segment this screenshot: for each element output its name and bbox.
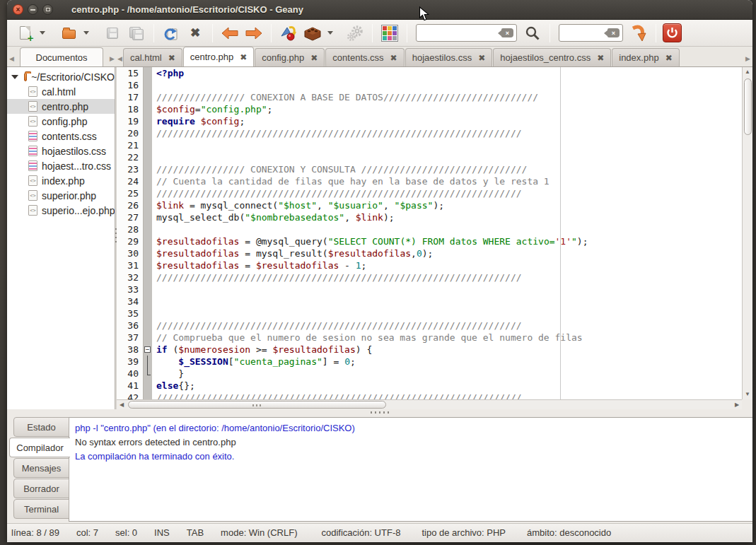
line-number[interactable]: 42 (117, 392, 144, 399)
vertical-scroll-thumb[interactable] (744, 78, 752, 135)
tab-close-icon[interactable]: ✖ (310, 53, 318, 63)
line-number[interactable]: 35 (117, 307, 144, 320)
line-number[interactable]: 28 (117, 223, 144, 235)
document-tabs-scroll-left-icon[interactable]: ◀ (117, 55, 123, 66)
file-tree-item-centro.php[interactable]: centro.php (7, 99, 115, 114)
line-number[interactable]: 21 (117, 139, 144, 151)
line-number[interactable]: 26 (117, 199, 144, 211)
line-number[interactable]: 38 (117, 344, 144, 356)
line-number[interactable]: 32 (117, 271, 144, 283)
sidebar-tab-documentos[interactable]: Documentos (20, 47, 103, 66)
scroll-up-icon[interactable]: ▲ (743, 67, 752, 77)
line-number[interactable]: 37 (117, 332, 144, 344)
panel-tab-estado[interactable]: Estado (13, 417, 69, 437)
document-tab-contents.css[interactable]: contents.css✖ (325, 48, 404, 66)
jump-to-line-button[interactable] (628, 23, 649, 44)
line-number[interactable]: 30 (117, 247, 144, 259)
tab-close-icon[interactable]: ✖ (478, 53, 485, 63)
revert-button[interactable] (161, 23, 182, 44)
line-number[interactable]: 34 (117, 295, 144, 307)
code-editor[interactable]: 15<?php1617//////////////// CONEXION A B… (117, 67, 742, 399)
open-file-button[interactable] (58, 23, 79, 44)
scroll-left-icon[interactable]: ◀ (117, 400, 127, 410)
document-tab-centro.php[interactable]: centro.php✖ (183, 47, 255, 66)
line-number[interactable]: 25 (117, 187, 144, 199)
line-number[interactable]: 33 (117, 283, 144, 295)
search-input[interactable] (422, 28, 499, 38)
document-tabs-scroll-right-icon[interactable]: ▶ (745, 55, 751, 66)
save-all-button[interactable] (126, 23, 147, 44)
file-tree-item-index.php[interactable]: index.php (7, 173, 115, 188)
goto-line-input[interactable] (565, 28, 605, 38)
line-number[interactable]: 19 (117, 115, 144, 127)
titlebar[interactable]: × centro.php - /home/antonio/Escritorio/… (7, 0, 752, 20)
new-document-button[interactable] (14, 23, 35, 44)
line-number[interactable]: 22 (117, 151, 144, 163)
tab-close-icon[interactable]: ✖ (597, 53, 604, 63)
compiler-messages[interactable]: php -l "centro.php" (en el directorio: /… (69, 417, 752, 522)
color-chooser-button[interactable] (379, 23, 400, 44)
close-document-button[interactable]: ✖ (185, 23, 206, 44)
save-button[interactable] (102, 23, 123, 44)
line-number[interactable]: 40 (117, 368, 144, 380)
find-button[interactable] (522, 23, 543, 44)
line-number[interactable]: 24 (117, 175, 144, 187)
panel-tab-borrador[interactable]: Borrador (13, 479, 69, 498)
tree-expander-icon[interactable] (11, 75, 18, 79)
document-tab-config.php[interactable]: config.php✖ (255, 48, 325, 66)
tab-close-icon[interactable]: ✖ (168, 53, 175, 63)
preferences-button[interactable] (344, 23, 366, 44)
document-tab-cal.html[interactable]: cal.html✖ (123, 48, 182, 66)
line-number[interactable]: 31 (117, 259, 144, 271)
build-dropdown[interactable] (327, 31, 333, 35)
panel-tab-mensajes[interactable]: Mensajes (13, 458, 69, 478)
new-document-dropdown[interactable] (40, 31, 45, 35)
sidebar-tabs-scroll-left-icon[interactable]: ◀ (8, 55, 15, 66)
vertical-scrollbar[interactable]: ▲ ▼ (742, 67, 752, 399)
line-number[interactable]: 39 (117, 356, 144, 368)
file-tree-item-config.php[interactable]: config.php (7, 114, 115, 129)
build-button[interactable] (302, 23, 323, 44)
quit-button[interactable] (663, 23, 682, 42)
line-number[interactable]: 20 (117, 127, 144, 139)
panel-tab-terminal[interactable]: Terminal (13, 499, 69, 519)
document-tab-hojaestilos_centro.css[interactable]: hojaestilos_centro.css✖ (493, 48, 611, 66)
clear-goto-icon[interactable]: × (607, 28, 620, 37)
line-number[interactable]: 15 (117, 67, 144, 79)
document-tab-index.php[interactable]: index.php✖ (612, 48, 679, 66)
nav-back-button[interactable] (219, 23, 240, 44)
clear-search-icon[interactable]: × (501, 28, 513, 37)
line-number[interactable]: 27 (117, 211, 144, 223)
nav-forward-button[interactable] (243, 23, 264, 44)
window-close-button[interactable]: × (13, 4, 23, 15)
sidebar-tabs-scroll-right-icon[interactable]: ▶ (109, 55, 115, 66)
window-maximize-button[interactable] (42, 4, 53, 15)
fold-collapse-icon[interactable]: − (144, 346, 151, 353)
file-tree-item-hojaestilos.css[interactable]: hojaestilos.css (7, 143, 115, 158)
document-tab-hojaestilos.css[interactable]: hojaestilos.css✖ (405, 48, 493, 66)
file-tree-item-cal.html[interactable]: cal.html (7, 84, 115, 99)
scroll-down-icon[interactable]: ▼ (743, 389, 752, 399)
tab-close-icon[interactable]: ✖ (390, 53, 397, 63)
file-tree-item-contents.css[interactable]: contents.css (7, 129, 115, 143)
open-file-dropdown[interactable] (83, 31, 89, 35)
file-tree-item-superior.php[interactable]: superior.php (7, 188, 115, 203)
panel-splitter[interactable] (7, 409, 752, 415)
file-tree-item-superio...ejo.php[interactable]: superio...ejo.php (7, 203, 115, 218)
file-tree-root[interactable]: ~/Escritorio/CISKO (7, 69, 115, 84)
line-number[interactable]: 36 (117, 320, 144, 332)
scroll-right-icon[interactable]: ▶ (732, 400, 742, 410)
compile-button[interactable] (278, 23, 299, 44)
line-number[interactable]: 17 (117, 91, 144, 103)
line-number[interactable]: 16 (117, 79, 144, 91)
window-minimize-button[interactable] (28, 4, 38, 15)
documents-sidebar[interactable]: ~/Escritorio/CISKO cal.htmlcentro.phpcon… (7, 67, 115, 409)
file-tree-item-hojaest...tro.css[interactable]: hojaest...tro.css (7, 158, 115, 173)
horizontal-scrollbar[interactable]: ◀ ▶ (117, 399, 742, 409)
line-number[interactable]: 23 (117, 163, 144, 175)
tab-close-icon[interactable]: ✖ (665, 53, 673, 63)
line-number[interactable]: 29 (117, 235, 144, 247)
panel-tab-compilador[interactable]: Compilador (9, 438, 70, 457)
tab-close-icon[interactable]: ✖ (240, 52, 247, 62)
line-number[interactable]: 41 (117, 380, 144, 392)
